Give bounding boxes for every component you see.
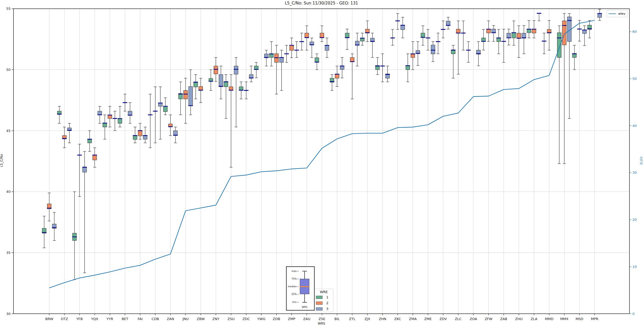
box-ZFW-wre3	[491, 25, 496, 41]
box-ZHU-wre1	[512, 21, 516, 45]
wre-legend-title: WRE	[315, 290, 333, 294]
box-YWG-wre3	[264, 50, 269, 66]
box-ZFW-wre2	[486, 21, 491, 41]
series-2-label: 2	[326, 301, 328, 305]
y2-tick-label: 40	[632, 124, 637, 128]
box-FAI-wre3	[143, 127, 147, 143]
box-JNU-wre1	[178, 82, 183, 115]
box-YWG-wre1	[254, 62, 259, 78]
box-BET-wre3	[128, 103, 132, 123]
x-tick-label: YWG	[257, 317, 265, 321]
box-ZME-wre3	[431, 42, 435, 62]
box-ZHU-wre3	[522, 25, 526, 54]
box-CDB-wre3	[158, 87, 162, 139]
box-FAI-wre1	[133, 127, 137, 143]
y2-tick-label: 10	[632, 265, 637, 269]
y-tick-label: 50	[6, 68, 11, 72]
x-tick-label: ZNY	[212, 317, 220, 321]
x-tick-label: MMX	[560, 317, 568, 321]
box-ZTL-wre2	[350, 54, 354, 99]
series-1-label: 1	[326, 295, 328, 299]
x-tick-label: ZAU	[303, 317, 310, 321]
box-ZNY-wre3	[219, 66, 223, 99]
box-ZLA-wre1	[527, 20, 531, 38]
box-ZAB-wre2	[501, 29, 506, 62]
x-tick-label: ZJX	[365, 317, 370, 321]
box-BRW-wre3	[52, 212, 57, 240]
box-YYR-wre3	[113, 111, 117, 131]
box-YFB-wre3	[82, 151, 87, 273]
box-YQX-wre1	[87, 131, 92, 151]
box-MPR-wre1	[587, 20, 592, 38]
x-tick-label: ZFW	[485, 317, 492, 321]
box-ZBW-wre2	[198, 78, 203, 103]
x-tick-label: ZOA	[470, 317, 477, 321]
chart-root: 3035404550550102030405060BRWOTZYFBYQXYYR…	[0, 0, 644, 328]
y2-tick-label: 0	[632, 312, 634, 316]
box-ZMA-wre3	[416, 42, 420, 65]
box-BIL-wre2	[335, 66, 339, 86]
box-ZAN-wre1	[163, 98, 168, 115]
x-tick-label: ZSU	[227, 317, 235, 321]
box-ZKC-wre3	[400, 17, 405, 38]
y-tick-label: 40	[6, 190, 11, 194]
box-ZTL-wre3	[355, 33, 360, 66]
box-ZSU-wre1	[224, 75, 228, 119]
y-tick-label: 35	[6, 251, 11, 255]
x-tick-label: BIL	[334, 317, 340, 321]
wre-legend-item: 3	[316, 307, 328, 311]
box-ZAB-wre3	[506, 29, 511, 45]
elev-legend-label: elev	[618, 12, 626, 16]
x-tick-label: ZLA	[531, 317, 537, 321]
guide-tick	[297, 294, 299, 294]
box-ZBW-wre1	[193, 75, 198, 99]
guide-min-label: min	[281, 301, 297, 303]
x-tick-label: BRW	[45, 317, 53, 321]
box-ZAN-wre2	[168, 115, 173, 135]
x-tick-label: ZOB	[273, 317, 280, 321]
box-MSD-wre1	[572, 45, 577, 70]
x-tick-label: ZAB	[500, 317, 507, 321]
elev-legend: elev	[606, 10, 628, 17]
box-ZLA-wre2	[532, 20, 536, 38]
x-tick-label: YYR	[106, 317, 113, 321]
box-ZLA-wre3	[537, 13, 541, 21]
box-ZAU-wre3	[310, 38, 314, 57]
x-tick-label: ZBW	[197, 317, 205, 321]
guide-median-label: median	[281, 285, 297, 288]
box-OTZ-wre2	[62, 127, 67, 148]
y-tick-label: 45	[6, 129, 11, 133]
box-ZAN-wre3	[173, 127, 178, 143]
box-ZSE-wre2	[320, 26, 324, 42]
y-axis-label-left: L5_C/No	[0, 150, 3, 171]
box-MSD-wre3	[582, 26, 587, 45]
box-ZDV-wre1	[436, 33, 440, 54]
box-ZHU-wre2	[517, 26, 521, 57]
box-OTZ-wre1	[57, 106, 62, 124]
series-1-swatch-icon	[316, 296, 323, 299]
box-ZFW-wre1	[481, 29, 486, 50]
box-ZDV-wre2	[441, 21, 445, 38]
box-ZHN-wre1	[375, 57, 380, 75]
y-axis-label-right: ELEV	[640, 150, 643, 171]
x-tick-label: OTZ	[61, 317, 68, 321]
y-tick-label: 30	[6, 312, 11, 316]
box-ZKC-wre2	[395, 13, 400, 29]
box-ZLC-wre1	[451, 45, 455, 78]
box-ZTL-wre1	[345, 29, 349, 49]
guide-tick	[297, 271, 299, 271]
x-tick-label: CDB	[152, 317, 159, 321]
guide-p75-label: 75%	[281, 277, 297, 280]
box-ZJX-wre1	[360, 33, 365, 45]
wre-legend: WRE 1 2 3	[314, 289, 333, 312]
x-tick-label: MSD	[576, 317, 583, 321]
boxplot-guide: max 75% median 25% min WRS	[286, 266, 315, 311]
x-tick-label: ZME	[424, 317, 432, 321]
x-tick-label: ZSE	[319, 317, 325, 321]
x-tick-label: BET	[122, 317, 128, 321]
box-MMD-wre2	[547, 20, 551, 50]
box-ZOB-wre1	[269, 42, 274, 66]
x-tick-label: ZHN	[379, 317, 386, 321]
box-BET-wre1	[118, 106, 122, 127]
series-3-swatch-icon	[316, 307, 323, 311]
